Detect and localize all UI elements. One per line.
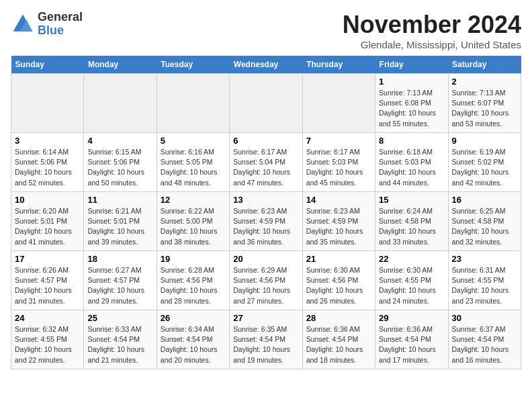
calendar-cell: 16Sunrise: 6:25 AM Sunset: 4:58 PM Dayli…	[448, 192, 521, 251]
weekday-header: Tuesday	[157, 56, 229, 74]
day-info: Sunrise: 6:15 AM Sunset: 5:06 PM Dayligh…	[87, 147, 152, 188]
calendar-cell: 20Sunrise: 6:29 AM Sunset: 4:56 PM Dayli…	[230, 251, 302, 310]
day-info: Sunrise: 6:19 AM Sunset: 5:02 PM Dayligh…	[452, 147, 517, 188]
calendar-cell: 12Sunrise: 6:22 AM Sunset: 5:00 PM Dayli…	[157, 192, 229, 251]
day-info: Sunrise: 6:30 AM Sunset: 4:55 PM Dayligh…	[379, 265, 444, 306]
logo: General Blue	[11, 11, 83, 38]
calendar-week-row: 10Sunrise: 6:20 AM Sunset: 5:01 PM Dayli…	[11, 192, 521, 251]
day-info: Sunrise: 6:28 AM Sunset: 4:56 PM Dayligh…	[161, 265, 226, 306]
calendar-table: SundayMondayTuesdayWednesdayThursdayFrid…	[11, 56, 521, 369]
day-info: Sunrise: 6:31 AM Sunset: 4:55 PM Dayligh…	[452, 265, 517, 306]
day-number: 19	[161, 254, 226, 264]
calendar-cell: 9Sunrise: 6:19 AM Sunset: 5:02 PM Daylig…	[448, 133, 521, 192]
day-info: Sunrise: 6:23 AM Sunset: 4:59 PM Dayligh…	[233, 206, 298, 247]
day-number: 26	[161, 313, 226, 323]
weekday-header: Wednesday	[230, 56, 302, 74]
day-info: Sunrise: 6:34 AM Sunset: 4:54 PM Dayligh…	[161, 324, 226, 365]
day-number: 30	[452, 313, 517, 323]
day-info: Sunrise: 6:36 AM Sunset: 4:54 PM Dayligh…	[306, 324, 371, 365]
day-number: 11	[87, 195, 152, 205]
day-number: 24	[15, 313, 80, 323]
calendar-cell: 26Sunrise: 6:34 AM Sunset: 4:54 PM Dayli…	[157, 310, 229, 369]
day-info: Sunrise: 6:36 AM Sunset: 4:54 PM Dayligh…	[379, 324, 444, 365]
page-header: General Blue November 2024 Glendale, Mis…	[11, 11, 521, 50]
calendar-cell	[230, 74, 302, 133]
calendar-cell: 25Sunrise: 6:33 AM Sunset: 4:54 PM Dayli…	[84, 310, 157, 369]
day-number: 28	[306, 313, 371, 323]
calendar-cell: 5Sunrise: 6:16 AM Sunset: 5:05 PM Daylig…	[157, 133, 229, 192]
day-number: 20	[233, 254, 298, 264]
day-info: Sunrise: 6:29 AM Sunset: 4:56 PM Dayligh…	[233, 265, 298, 306]
day-number: 5	[161, 136, 226, 146]
calendar-cell	[302, 74, 375, 133]
day-number: 21	[306, 254, 371, 264]
calendar-cell: 14Sunrise: 6:23 AM Sunset: 4:59 PM Dayli…	[302, 192, 375, 251]
calendar-cell: 8Sunrise: 6:18 AM Sunset: 5:03 PM Daylig…	[375, 133, 448, 192]
day-info: Sunrise: 6:14 AM Sunset: 5:06 PM Dayligh…	[15, 147, 80, 188]
day-info: Sunrise: 6:26 AM Sunset: 4:57 PM Dayligh…	[15, 265, 80, 306]
day-info: Sunrise: 6:27 AM Sunset: 4:57 PM Dayligh…	[87, 265, 152, 306]
day-number: 17	[15, 254, 80, 264]
calendar-cell: 6Sunrise: 6:17 AM Sunset: 5:04 PM Daylig…	[230, 133, 302, 192]
calendar-cell: 29Sunrise: 6:36 AM Sunset: 4:54 PM Dayli…	[375, 310, 448, 369]
day-info: Sunrise: 6:20 AM Sunset: 5:01 PM Dayligh…	[15, 206, 80, 247]
day-info: Sunrise: 6:32 AM Sunset: 4:55 PM Dayligh…	[15, 324, 80, 365]
calendar-cell: 23Sunrise: 6:31 AM Sunset: 4:55 PM Dayli…	[448, 251, 521, 310]
day-number: 10	[15, 195, 80, 205]
weekday-header: Friday	[375, 56, 448, 74]
day-info: Sunrise: 6:18 AM Sunset: 5:03 PM Dayligh…	[379, 147, 444, 188]
calendar-cell: 19Sunrise: 6:28 AM Sunset: 4:56 PM Dayli…	[157, 251, 229, 310]
day-number: 7	[306, 136, 371, 146]
weekday-header: Saturday	[448, 56, 521, 74]
day-number: 3	[15, 136, 80, 146]
day-info: Sunrise: 6:16 AM Sunset: 5:05 PM Dayligh…	[161, 147, 226, 188]
calendar-cell: 11Sunrise: 6:21 AM Sunset: 5:01 PM Dayli…	[84, 192, 157, 251]
day-info: Sunrise: 6:21 AM Sunset: 5:01 PM Dayligh…	[87, 206, 152, 247]
day-info: Sunrise: 6:17 AM Sunset: 5:04 PM Dayligh…	[233, 147, 298, 188]
day-number: 4	[87, 136, 152, 146]
day-number: 29	[379, 313, 444, 323]
day-info: Sunrise: 6:22 AM Sunset: 5:00 PM Dayligh…	[161, 206, 226, 247]
day-number: 18	[87, 254, 152, 264]
calendar-cell: 10Sunrise: 6:20 AM Sunset: 5:01 PM Dayli…	[11, 192, 84, 251]
calendar-cell: 1Sunrise: 7:13 AM Sunset: 6:08 PM Daylig…	[375, 74, 448, 133]
day-number: 6	[233, 136, 298, 146]
calendar-week-row: 17Sunrise: 6:26 AM Sunset: 4:57 PM Dayli…	[11, 251, 521, 310]
calendar-cell: 3Sunrise: 6:14 AM Sunset: 5:06 PM Daylig…	[11, 133, 84, 192]
calendar-cell: 27Sunrise: 6:35 AM Sunset: 4:54 PM Dayli…	[230, 310, 302, 369]
calendar-cell: 17Sunrise: 6:26 AM Sunset: 4:57 PM Dayli…	[11, 251, 84, 310]
day-info: Sunrise: 6:17 AM Sunset: 5:03 PM Dayligh…	[306, 147, 371, 188]
day-number: 15	[379, 195, 444, 205]
day-number: 13	[233, 195, 298, 205]
logo-blue: Blue	[38, 24, 83, 38]
calendar-subtitle: Glendale, Mississippi, United States	[343, 39, 521, 50]
day-info: Sunrise: 6:33 AM Sunset: 4:54 PM Dayligh…	[87, 324, 152, 365]
calendar-week-row: 24Sunrise: 6:32 AM Sunset: 4:55 PM Dayli…	[11, 310, 521, 369]
calendar-cell	[84, 74, 157, 133]
calendar-cell: 7Sunrise: 6:17 AM Sunset: 5:03 PM Daylig…	[302, 133, 375, 192]
day-number: 16	[452, 195, 517, 205]
calendar-cell: 15Sunrise: 6:24 AM Sunset: 4:58 PM Dayli…	[375, 192, 448, 251]
day-info: Sunrise: 6:35 AM Sunset: 4:54 PM Dayligh…	[233, 324, 298, 365]
weekday-header: Sunday	[11, 56, 84, 74]
weekday-header: Thursday	[302, 56, 375, 74]
logo-general: General	[38, 11, 83, 24]
day-info: Sunrise: 6:30 AM Sunset: 4:56 PM Dayligh…	[306, 265, 371, 306]
day-number: 23	[452, 254, 517, 264]
calendar-week-row: 3Sunrise: 6:14 AM Sunset: 5:06 PM Daylig…	[11, 133, 521, 192]
day-number: 8	[379, 136, 444, 146]
day-number: 27	[233, 313, 298, 323]
calendar-week-row: 1Sunrise: 7:13 AM Sunset: 6:08 PM Daylig…	[11, 74, 521, 133]
title-block: November 2024 Glendale, Mississippi, Uni…	[343, 11, 521, 50]
day-number: 22	[379, 254, 444, 264]
day-number: 1	[379, 77, 444, 87]
day-info: Sunrise: 6:37 AM Sunset: 4:54 PM Dayligh…	[452, 324, 517, 365]
day-number: 12	[161, 195, 226, 205]
day-info: Sunrise: 6:25 AM Sunset: 4:58 PM Dayligh…	[452, 206, 517, 247]
day-number: 2	[452, 77, 517, 87]
calendar-cell: 2Sunrise: 7:13 AM Sunset: 6:07 PM Daylig…	[448, 74, 521, 133]
day-info: Sunrise: 7:13 AM Sunset: 6:07 PM Dayligh…	[452, 88, 517, 129]
day-number: 14	[306, 195, 371, 205]
day-info: Sunrise: 6:24 AM Sunset: 4:58 PM Dayligh…	[379, 206, 444, 247]
calendar-cell: 30Sunrise: 6:37 AM Sunset: 4:54 PM Dayli…	[448, 310, 521, 369]
